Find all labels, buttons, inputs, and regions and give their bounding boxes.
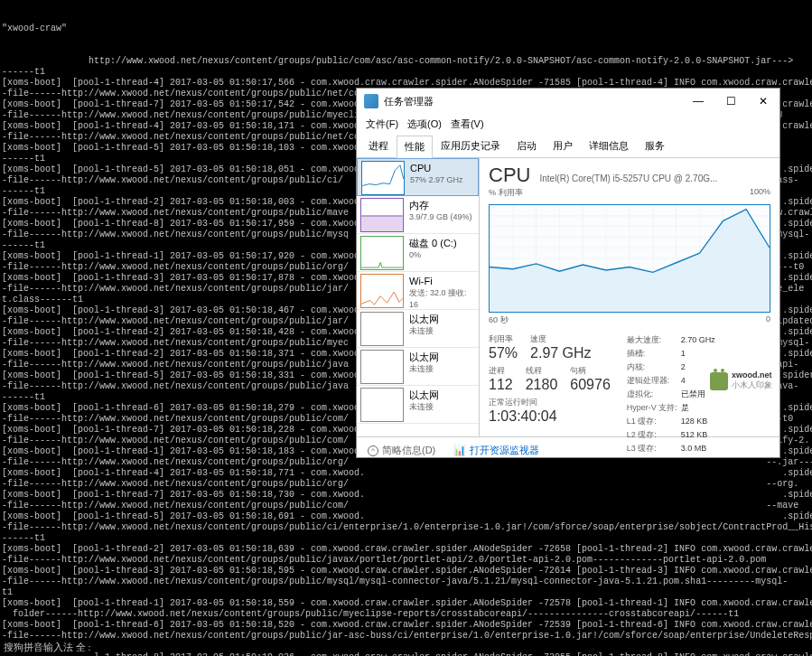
speed-label: 速度 — [530, 333, 592, 345]
maximize-button[interactable]: ☐ — [714, 89, 747, 114]
ime-status: 搜狗拼音输入法 全 : — [0, 639, 95, 656]
cpu-title: CPU — [489, 164, 530, 187]
sidebar-sublabel: 3.9/7.9 GB (49%) — [409, 211, 477, 223]
terminal-line: -file------http://www.xwood.net/nexus/co… — [2, 555, 810, 566]
minimize-button[interactable]: — — [682, 89, 714, 114]
eth-sparkline — [360, 388, 404, 422]
terminal-line: -file------http://www.xwood.net/nexus/co… — [2, 631, 810, 642]
terminal-line: [xoms-boot] [pool-1-thread-4] 2017-03-05… — [2, 468, 810, 479]
disk-sparkline — [360, 236, 404, 270]
sidebar-label: 以太网 — [409, 389, 477, 401]
handles-label: 句柄 — [570, 365, 611, 377]
sidebar-sublabel: 发送: 32.0 接收: 16 — [409, 287, 477, 311]
cpu-utilization-chart[interactable] — [489, 204, 770, 313]
terminal-line: -file------http://www.xwood.net/nexus/co… — [2, 479, 810, 490]
cpu-panel: CPU Intel(R) Core(TM) i5-5257U CPU @ 2.7… — [480, 158, 779, 436]
chart-ylabel: % 利用率 — [489, 187, 523, 199]
performance-sidebar[interactable]: CPU57% 2.97 GHz内存3.9/7.9 GB (49%)磁盘 0 (C… — [357, 158, 480, 436]
chart-ymax: 100% — [750, 187, 770, 199]
tab-详细信息[interactable]: 详细信息 — [581, 135, 637, 157]
terminal-line: [xoms-boot] [pool-1-thread-5] 2017-03-05… — [2, 511, 810, 522]
tab-用户[interactable]: 用户 — [545, 135, 581, 157]
watermark-logo: xwood.net 小木人印象 — [710, 370, 772, 391]
chart-xlabel: 60 秒 — [489, 314, 509, 326]
threads-value: 2180 — [526, 377, 558, 393]
wifi-sparkline — [360, 274, 404, 308]
terminal-line: ------t1 — [2, 533, 810, 544]
terminal-line: java------t1 — [2, 642, 810, 652]
terminal-line: -file------http://www.xwood.net/nexus/co… — [2, 501, 810, 511]
resmon-icon: 📊 — [453, 445, 466, 456]
terminal-line: ------t1 — [2, 67, 810, 78]
menu-view[interactable]: 查看(V) — [447, 116, 488, 133]
sidebar-item-disk[interactable]: 磁盘 0 (C:)0% — [357, 234, 479, 272]
sidebar-item-cpu[interactable]: CPU57% 2.97 GHz — [357, 158, 479, 196]
sidebar-sublabel: 57% 2.97 GHz — [410, 174, 476, 186]
tab-应用历史记录[interactable]: 应用历史记录 — [433, 135, 509, 157]
tabbar: 进程性能应用历史记录启动用户详细信息服务 — [357, 135, 779, 158]
menubar: 文件(F) 选项(O) 查看(V) — [357, 114, 779, 135]
terminal-line: http://www.xwood.net/nexus/content/group… — [2, 56, 810, 67]
titlebar[interactable]: 任务管理器 — ☐ ✕ — [357, 89, 779, 114]
menu-options[interactable]: 选项(O) — [404, 116, 445, 133]
util-label: 利用率 — [489, 333, 518, 345]
handles-value: 60976 — [570, 377, 611, 393]
util-value: 57% — [489, 345, 518, 361]
terminal-line: folder------http://www.xwood.net/nexus/c… — [2, 609, 810, 620]
android-icon — [710, 372, 728, 390]
menu-file[interactable]: 文件(F) — [362, 116, 402, 133]
terminal-line: [xoms-boot] [pool-1-thread-6] 2017-03-05… — [2, 620, 810, 631]
sidebar-item-wifi[interactable]: Wi-Fi发送: 32.0 接收: 16 — [357, 272, 479, 310]
sidebar-item-eth[interactable]: 以太网未连接 — [357, 386, 479, 424]
tab-启动[interactable]: 启动 — [509, 135, 545, 157]
sidebar-label: CPU — [410, 163, 476, 174]
terminal-line: [xoms-boot] [pool-1-thread-3] 2017-03-05… — [2, 566, 810, 576]
sidebar-label: 以太网 — [409, 351, 477, 363]
eth-sparkline — [360, 312, 404, 346]
chart-xend: 0 — [766, 314, 770, 326]
cpu-model: Intel(R) Core(TM) i5-5257U CPU @ 2.70G..… — [539, 173, 717, 183]
fewer-details-link[interactable]: ^ 简略信息(D) — [368, 444, 435, 457]
speed-value: 2.97 GHz — [530, 345, 592, 361]
uptime-label: 正常运行时间 — [489, 397, 611, 408]
sidebar-item-eth[interactable]: 以太网未连接 — [357, 348, 479, 386]
sidebar-item-eth[interactable]: 以太网未连接 — [357, 310, 479, 348]
sidebar-label: 磁盘 0 (C:) — [409, 238, 477, 249]
sidebar-sublabel: 未连接 — [409, 401, 477, 413]
app-icon — [364, 94, 378, 108]
sidebar-item-mem[interactable]: 内存3.9/7.9 GB (49%) — [357, 196, 479, 234]
threads-label: 线程 — [526, 365, 558, 377]
processes-label: 进程 — [489, 365, 513, 377]
sidebar-label: 以太网 — [409, 314, 477, 325]
sidebar-sublabel: 0% — [409, 249, 477, 261]
processes-value: 112 — [489, 377, 513, 393]
close-button[interactable]: ✕ — [747, 89, 779, 114]
eth-sparkline — [360, 350, 404, 384]
task-manager-window: 任务管理器 — ☐ ✕ 文件(F) 选项(O) 查看(V) 进程性能应用历史记录… — [356, 88, 780, 458]
cpu-sparkline — [361, 161, 405, 195]
tab-服务[interactable]: 服务 — [637, 135, 673, 157]
terminal-line: -file------http://www.xwood.net/nexus/co… — [2, 576, 810, 587]
terminal-line: [xoms-boot] [pool-1-thread-8] 2017-03-05… — [2, 652, 810, 656]
chevron-up-icon: ^ — [368, 445, 378, 456]
svg-rect-0 — [361, 216, 402, 231]
cpu-info-list: 最大速度:2.70 GHz 插槽:1 内核:2 逻辑处理器:4 虚拟化:已禁用 … — [627, 333, 715, 455]
terminal-line: t1 — [2, 587, 810, 598]
mem-sparkline — [360, 198, 404, 232]
uptime-value: 1:03:40:04 — [489, 408, 611, 425]
sidebar-sublabel: 未连接 — [409, 325, 477, 337]
terminal-line: [xoms-boot] [pool-1-thread-7] 2017-03-05… — [2, 490, 810, 501]
window-title: 任务管理器 — [384, 95, 682, 108]
terminal-line: [xoms-boot] [pool-1-thread-1] 2017-03-05… — [2, 598, 810, 609]
terminal-line: [xoms-boot] [pool-1-thread-2] 2017-03-05… — [2, 544, 810, 555]
tab-性能[interactable]: 性能 — [397, 136, 433, 158]
tab-进程[interactable]: 进程 — [360, 135, 397, 157]
terminal-line: -file------http://www.xwood.net/nexus/co… — [2, 522, 810, 533]
sidebar-sublabel: 未连接 — [409, 363, 477, 375]
sidebar-label: Wi-Fi — [409, 276, 477, 287]
sidebar-label: 内存 — [409, 200, 477, 211]
terminal-title: "xwood-craw" — [2, 23, 810, 34]
